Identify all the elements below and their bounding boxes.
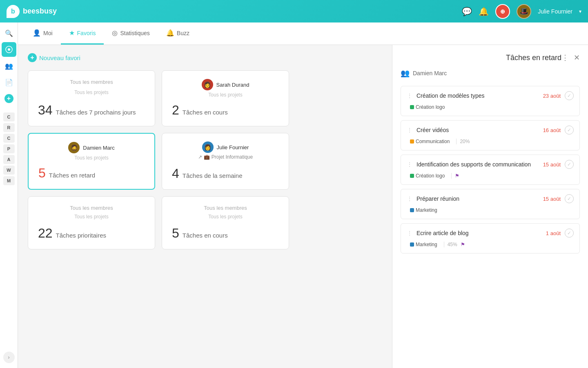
sidebar-pill-m[interactable]: M — [3, 176, 15, 185]
sidebar-expand-button[interactable]: › — [3, 352, 15, 363]
project-briefcase-icon: 💼 — [204, 154, 210, 160]
tag-dot-blue-4 — [410, 208, 414, 212]
card5-label: Tâches prioritaires — [56, 232, 106, 239]
app-name: beesbusy — [23, 7, 57, 16]
card6-member: Tous les membres — [172, 205, 279, 211]
tab-moi[interactable]: 👤 Moi — [24, 22, 61, 45]
panel-more-button[interactable]: ⋮ — [561, 53, 569, 62]
main-content: + Nouveau favori Tous les membres Tous l… — [18, 45, 392, 368]
task3-row2: Création logo ⚑ — [407, 172, 574, 180]
topnav-right: 💬 🔔 ⊕ 🎩 Julie Fournier ▾ — [462, 4, 581, 19]
user-avatar[interactable]: 🎩 — [517, 4, 531, 19]
tab-statistiques[interactable]: ◎ Statistiques — [104, 22, 158, 45]
task2-name: Créer vidéos — [416, 127, 449, 133]
tab-statistiques-label: Statistiques — [120, 30, 149, 36]
task3-tag-label: Création logo — [416, 173, 445, 179]
logo-icon: b — [7, 5, 20, 18]
task3-priority-icon: ⚑ — [455, 173, 459, 179]
sidebar-pill-c1[interactable]: C — [3, 112, 15, 121]
card3-header: 🧔 Damien Marc — [38, 142, 145, 153]
task1-date: 23 août — [543, 93, 561, 99]
app-logo[interactable]: b beesbusy — [7, 5, 462, 18]
buzz-icon: 🔔 — [166, 29, 174, 37]
card1-member: Tous les membres — [38, 79, 145, 85]
task5-row2: Marketing 45% ⚑ — [407, 241, 574, 248]
task-item-4[interactable]: ⋮ Préparer réunion 15 août ✓ Marketing — [401, 189, 580, 219]
new-favori-button[interactable]: + Nouveau favori — [28, 53, 382, 62]
sidebar-pill-a[interactable]: A — [3, 155, 15, 164]
task4-right: 15 août ✓ — [543, 194, 574, 203]
user-name[interactable]: Julie Fournier — [538, 8, 572, 15]
task-item-3[interactable]: ⋮ Identification des supports de communi… — [401, 155, 580, 185]
user-menu-chevron[interactable]: ▾ — [579, 9, 581, 14]
task5-progress: 45% — [448, 242, 457, 247]
task5-row1: ⋮ Ecrire article de blog 1 août ✓ — [407, 229, 574, 238]
card3-member: Damien Marc — [83, 145, 114, 151]
task2-date: 16 août — [543, 127, 561, 133]
sidebar-pill-p[interactable]: P — [3, 144, 15, 153]
panel-user-icon: 👥 — [401, 69, 410, 78]
task5-priority-icon: ⚑ — [461, 242, 465, 247]
drag-handle-3: ⋮ — [407, 161, 412, 168]
card1-project: Tous les projets — [38, 90, 145, 95]
panel-actions: ⋮ ✕ — [561, 53, 580, 62]
card4-project: Projet Informatique — [212, 154, 253, 160]
tab-buzz[interactable]: 🔔 Buzz — [158, 22, 198, 45]
task3-check[interactable]: ✓ — [565, 160, 574, 169]
card2-number: 2 — [172, 103, 179, 118]
task2-row2: Communication 20% — [407, 138, 574, 145]
sidebar-pill-w[interactable]: W — [3, 166, 15, 175]
target-icon[interactable]: ⊕ — [495, 4, 510, 19]
tag-dot-yellow-2 — [410, 139, 414, 144]
panel-title: Tâches en retard — [506, 54, 561, 62]
task1-check[interactable]: ✓ — [565, 91, 574, 100]
drag-handle-2: ⋮ — [407, 127, 412, 133]
tag-dot-green-3 — [410, 174, 414, 178]
card-prioritaires[interactable]: Tous les membres Tous les projets 22 Tâc… — [28, 196, 155, 249]
divider-3 — [451, 173, 452, 179]
tab-moi-label: Moi — [43, 30, 53, 36]
card-sarah-en-cours[interactable]: 👩 Sarah Durand Tous les projets 2 Tâches… — [162, 70, 289, 126]
task4-tag-label: Marketing — [416, 207, 437, 213]
task4-date: 15 août — [543, 196, 561, 202]
task3-right: 15 août ✓ — [543, 160, 574, 169]
task2-check[interactable]: ✓ — [565, 126, 574, 135]
tag-dot-green-1 — [410, 105, 414, 109]
tab-favoris[interactable]: ★ Favoris — [61, 22, 104, 45]
tab-buzz-label: Buzz — [177, 30, 189, 36]
panel-close-button[interactable]: ✕ — [574, 53, 580, 62]
card-all-members-7days[interactable]: Tous les membres Tous les projets 34 Tâc… — [28, 70, 155, 126]
task-item-2[interactable]: ⋮ Créer vidéos 16 août ✓ Communication 2… — [401, 120, 580, 150]
card4-count-row: 4 Tâches de la semaine — [172, 166, 279, 181]
notifications-icon[interactable]: 🔔 — [479, 7, 489, 16]
sidebar-add[interactable]: + — [2, 91, 16, 106]
card-julie-semaine[interactable]: 👩 Julie Fournier ↗ 💼 Projet Informatique… — [162, 133, 289, 190]
card3-project: Tous les projets — [38, 155, 145, 161]
sidebar-people[interactable]: 👥 — [2, 58, 16, 73]
statistiques-icon: ◎ — [112, 29, 118, 37]
task5-check[interactable]: ✓ — [565, 229, 574, 238]
task5-tag-label: Marketing — [416, 242, 437, 247]
card4-member: Julie Fournier — [217, 144, 249, 150]
sidebar-pill-r[interactable]: R — [3, 123, 15, 132]
sidebar-dashboard[interactable] — [2, 42, 16, 57]
card4-label: Tâches de la semaine — [183, 172, 243, 179]
card3-number: 5 — [38, 166, 46, 181]
sidebar-search[interactable]: 🔍 — [2, 26, 16, 40]
card1-number: 34 — [38, 103, 53, 118]
drag-handle-4: ⋮ — [407, 195, 412, 202]
moi-icon: 👤 — [33, 29, 41, 37]
messages-icon[interactable]: 💬 — [462, 7, 472, 16]
task-item-5[interactable]: ⋮ Ecrire article de blog 1 août ✓ Market… — [401, 223, 580, 254]
task-item-1[interactable]: ⋮ Création de modèles types 23 août ✓ Cr… — [401, 86, 580, 116]
card2-member: Sarah Durand — [216, 82, 249, 88]
sidebar-pill-c2[interactable]: C — [3, 134, 15, 143]
task3-row1: ⋮ Identification des supports de communi… — [407, 160, 574, 169]
task1-tag: Création logo — [407, 103, 448, 111]
card-all-en-cours[interactable]: Tous les membres Tous les projets 5 Tâch… — [162, 196, 289, 249]
task4-check[interactable]: ✓ — [565, 194, 574, 203]
card-damien-en-retard[interactable]: 🧔 Damien Marc Tous les projets 5 Tâches … — [28, 133, 155, 190]
sidebar-files[interactable]: 📄 — [2, 75, 16, 90]
task4-tag: Marketing — [407, 206, 441, 214]
julie-avatar: 👩 — [202, 141, 214, 153]
